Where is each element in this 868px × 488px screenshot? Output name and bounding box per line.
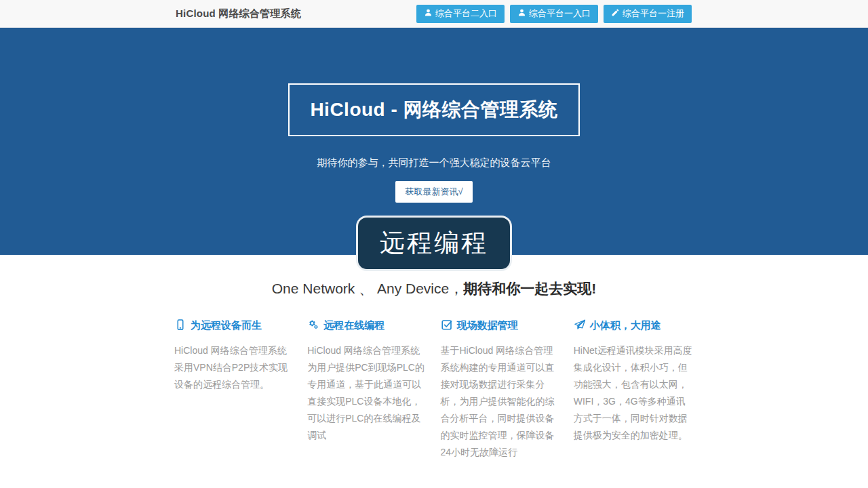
remote-programming-banner: 远程编程 [356,216,512,271]
features-row: 为远程设备而生 HiCloud 网络综合管理系统采用VPN结合P2P技术实现设备… [174,319,694,461]
feature-title: 远程在线编程 [323,319,384,332]
heading-en: One Network 、 Any Device， [272,281,463,296]
platform2-entry-button[interactable]: 综合平台二入口 [416,5,505,23]
feature-field-data: 现场数据管理 基于HiCloud 网络综合管理系统构建的专用通道可以直接对现场数… [441,319,561,461]
nav-button-label: 综合平台二入口 [435,7,497,20]
user-icon [517,8,526,19]
paper-plane-icon [574,319,586,333]
feature-online-programming: 远程在线编程 HiCloud 网络综合管理系统为用户提供PC到现场PLC的专用通… [307,319,427,461]
heading-zh: 期待和你一起去实现! [463,281,596,296]
platform1-entry-button[interactable]: 综合平台一入口 [510,5,598,23]
hero-section: HiCloud - 网络综合管理系统 期待你的参与，共同打造一个强大稳定的设备云… [0,28,868,255]
mobile-icon [174,319,186,333]
feature-title: 为远程设备而生 [191,319,262,332]
gears-icon [307,319,319,333]
feature-text: HiCloud 网络综合管理系统为用户提供PC到现场PLC的专用通道，基于此通道… [307,342,427,444]
latest-news-button[interactable]: 获取最新资讯√ [395,181,472,203]
feature-text: HiNet远程通讯模块采用高度集成化设计，体积小巧，但功能强大，包含有以太网，W… [574,342,694,444]
nav-button-label: 综合平台一注册 [623,7,684,20]
navbar: HiCloud 网络综合管理系统 综合平台二入口 综合平台一入口 综合平台一注册 [0,0,868,28]
hero-subtitle: 期待你的参与，共同打造一个强大稳定的设备云平台 [0,157,868,169]
feature-small-size: 小体积，大用途 HiNet远程通讯模块采用高度集成化设计，体积小巧，但功能强大，… [574,319,694,461]
feature-text: HiCloud 网络综合管理系统采用VPN结合P2P技术实现设备的远程综合管理。 [174,342,294,393]
platform1-register-button[interactable]: 综合平台一注册 [604,5,692,23]
section-heading: One Network 、 Any Device，期待和你一起去实现! [0,279,868,298]
feature-text: 基于HiCloud 网络综合管理系统构建的专用通道可以直接对现场数据进行采集分析… [441,342,561,461]
hero-title-box: HiCloud - 网络综合管理系统 [288,83,579,136]
app-title: HiCloud 网络综合管理系统 [176,7,301,20]
feature-remote-device: 为远程设备而生 HiCloud 网络综合管理系统采用VPN结合P2P技术实现设备… [174,319,294,461]
pencil-icon [611,8,620,19]
main-section: One Network 、 Any Device，期待和你一起去实现! 为远程设… [0,255,868,461]
feature-title: 现场数据管理 [457,319,518,332]
hero-title: HiCloud - 网络综合管理系统 [310,97,557,123]
check-square-icon [441,319,453,333]
feature-title: 小体积，大用途 [590,319,661,332]
user-icon [424,8,433,19]
nav-button-label: 综合平台一入口 [529,7,591,20]
navbar-buttons: 综合平台二入口 综合平台一入口 综合平台一注册 [416,5,692,23]
